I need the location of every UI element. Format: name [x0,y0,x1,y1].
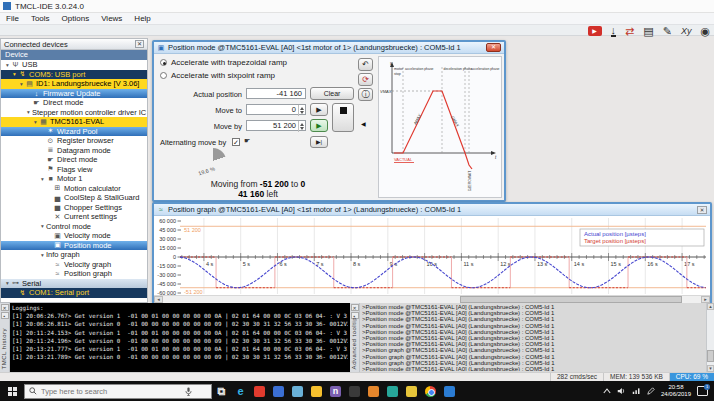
tree-item-motion-calculator[interactable]: ⊞Motion calculator [1,184,147,194]
tree-item-wizard-pool[interactable]: ✶Wizard Pool [1,127,147,137]
report-icon[interactable]: ▤ [643,24,653,38]
step-button[interactable]: ▶| [310,136,328,148]
menu-tools[interactable]: Tools [25,13,56,25]
move-by-field[interactable]: 51 200 [246,120,306,131]
move-by-start-button[interactable]: ▶ [310,119,328,132]
tree-item-register-browser[interactable]: ⊙Register browser [1,136,147,146]
taskbar-search[interactable] [24,384,212,399]
taskbar-app-app-yellow-doc[interactable] [402,381,421,401]
tree-item-direct-mode[interactable]: ☛Direct mode [1,98,147,108]
transfer-icon[interactable]: ⇄ [625,24,634,38]
tree-item-current-settings[interactable]: ✕Current settings [1,212,147,222]
tree-item-control-mode[interactable]: ▾Control mode [1,222,147,232]
volume-icon[interactable] [617,387,626,395]
tree-item-position-graph[interactable]: ≈Position graph [1,269,147,279]
taskbar-app-file-explorer[interactable] [307,381,326,401]
taskbar-app-task-view[interactable]: ⧉ [212,381,231,401]
eye-icon[interactable]: ◉ [700,24,710,38]
tree-item-velocity-graph[interactable]: ≈Velocity graph [1,260,147,270]
scroll-up-icon[interactable]: ▴ [707,303,714,310]
taskbar-app-app-teal[interactable] [383,381,402,401]
tree-item-id1-landungsbruecke-v-3-06[interactable]: ▾▤ID1: Landungsbruecke [V 3.06] [1,79,147,89]
tree-item-stepper-motion-controller-driver-ic[interactable]: ▾Stepper motion controller driver IC [1,108,147,118]
taskbar-clock[interactable]: 20:58 24/06/2019 [661,384,691,398]
parameters-icon[interactable]: Xy [681,24,692,38]
info-button[interactable]: ⓘ [358,88,373,101]
tree-item-motor-1[interactable]: ▾■Motor 1 [1,174,147,184]
youtube-icon[interactable]: ▶ [588,26,602,36]
close-icon[interactable]: ✕ [1,304,9,311]
taskbar-app-paint[interactable] [288,381,307,401]
tree-item-usb[interactable]: ▾ΨUSB [1,60,147,70]
taskbar-app-app-orange[interactable] [364,381,383,401]
taskbar-app-notepad-plus[interactable]: n [326,381,345,401]
tree-item-velocity-mode[interactable]: ▣Velocity mode [1,231,147,241]
clear-button[interactable]: Clear [310,87,354,100]
scroll-down-icon[interactable]: ▾ [707,365,714,372]
panel-close-icon[interactable]: ✕ [135,40,144,48]
radio-sixpoint-ramp[interactable]: Accelerate with sixpoint ramp [160,71,275,80]
expander-icon[interactable]: ▾ [39,223,46,229]
expander-icon[interactable]: ▾ [4,62,11,68]
close-icon[interactable]: ✕ [486,43,501,52]
tree-item-tmc5161-eval[interactable]: ▾▦TMC5161-EVAL [1,117,147,127]
undo-button[interactable]: ↶ [358,58,373,71]
stop-button[interactable] [332,103,354,132]
taskbar-app-photos[interactable] [440,381,459,401]
taskbar-app-edge[interactable]: e [231,381,250,401]
notification-icon[interactable]: 1 [697,386,708,396]
tree-item-coolstep-stallguard[interactable]: ▅CoolStep & StallGuard [1,193,147,203]
expander-icon[interactable]: ▾ [11,71,18,77]
tree-item-chopper-settings[interactable]: ▅Chopper Settings [1,203,147,213]
tree-item-firmware-update[interactable]: ↓Firmware Update [1,89,147,99]
expander-icon[interactable]: ▾ [18,81,25,87]
refresh-button[interactable]: ⟳ [358,73,373,86]
advanced-tooltip-log[interactable]: >Position mode @TMC5161-EVAL [A0] (Landu… [362,304,704,371]
microphone-icon[interactable] [185,387,192,396]
menu-options[interactable]: Options [56,13,96,25]
menu-file[interactable]: File [0,13,25,25]
expander-icon[interactable]: ▾ [39,252,46,258]
close-icon[interactable]: ✕ [351,304,359,311]
spinner-icon[interactable] [298,105,305,116]
tools-icon[interactable]: ✎ [663,24,672,38]
tree-item-info-graph[interactable]: ▾Info graph [1,250,147,260]
expander-icon[interactable]: ▾ [4,280,11,286]
scroll-right-icon[interactable]: ▸ [701,296,710,303]
tooltip-vertical-scrollbar[interactable]: ▴ ▾ [706,303,714,372]
tree-item-com5-usb-port[interactable]: ▾↯COM5: USB port [1,70,147,80]
taskbar-app-app-dark[interactable] [345,381,364,401]
search-input[interactable] [41,387,181,396]
tree-item-position-mode[interactable]: ▣Position mode [1,241,147,251]
close-icon[interactable]: ✕ [697,206,707,214]
pen-icon[interactable] [647,387,655,395]
expander-icon[interactable]: ▾ [32,119,39,125]
scrollbar-thumb[interactable] [707,350,714,362]
chevron-up-icon[interactable] [603,388,611,394]
expander-icon[interactable]: ▾ [39,176,46,182]
scrollbar-thumb[interactable] [460,296,682,303]
chart-horizontal-scrollbar[interactable]: ◂ ▸ [154,295,710,303]
download-icon[interactable]: ↓ [611,25,617,37]
move-to-start-button[interactable]: ▶ [310,103,328,116]
expander-icon[interactable]: ▾ [25,109,32,115]
taskbar-app-app-red[interactable] [250,381,269,401]
menu-views[interactable]: Views [95,13,128,25]
radio-trapezoidal-ramp[interactable]: Accelerate with trapezoidal ramp [160,58,287,67]
tree-item-flags-view[interactable]: ⚑Flags view [1,165,147,175]
collapse-panel-icon[interactable]: ◀ [361,120,366,127]
menu-help[interactable]: Help [128,13,156,25]
move-to-field[interactable]: 0 [246,104,306,115]
actual-position-field[interactable]: -41 160 [246,88,306,99]
taskbar-app-chrome[interactable] [421,381,440,401]
spinner-icon[interactable] [298,121,305,132]
taskbar-app-visual-studio[interactable] [269,381,288,401]
tree-item-serial[interactable]: ▾⊶Serial [1,279,147,289]
start-button[interactable] [0,381,24,401]
tree-item-direct-mode[interactable]: ☛Direct mode [1,155,147,165]
tree-item-com1-serial-port[interactable]: ↯COM1: Serial port [1,288,147,298]
position-mode-titlebar[interactable]: ▣ Position mode @TMC5161-EVAL [A0] <1st … [154,42,504,54]
position-graph-titlebar[interactable]: ≈ Position graph @TMC5161-EVAL [A0] <1st… [154,204,710,216]
network-icon[interactable] [632,387,641,395]
tree-item-datagram-mode[interactable]: ≣Datagram mode [1,146,147,156]
